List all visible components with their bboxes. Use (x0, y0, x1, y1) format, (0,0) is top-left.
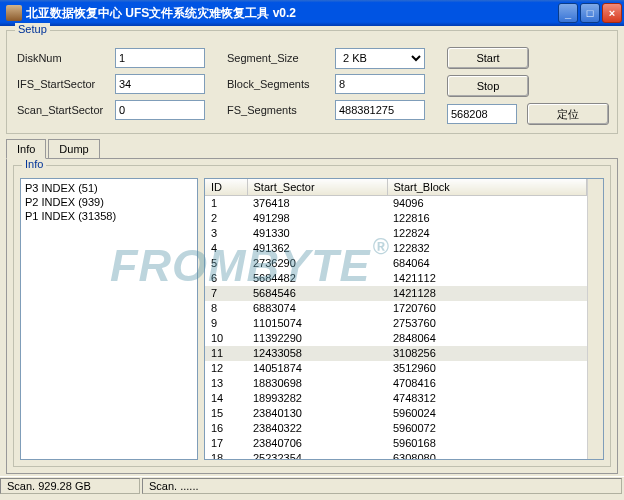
segment-size-select[interactable]: 2 KB (335, 48, 425, 69)
table-row[interactable]: 10113922902848064 (205, 331, 587, 346)
col-id[interactable]: ID (205, 179, 247, 196)
status-scan-progress: Scan. ...... (142, 478, 622, 494)
table-row[interactable]: 12140518743512960 (205, 361, 587, 376)
title-bar: 北亚数据恢复中心 UFS文件系统灾难恢复工具 v0.2 _ □ × (0, 0, 624, 26)
tab-strip: Info Dump (6, 138, 618, 158)
table-row[interactable]: 137641894096 (205, 196, 587, 211)
ifs-startsector-label: IFS_StartSector (17, 78, 107, 90)
table-row[interactable]: 16238403225960072 (205, 421, 587, 436)
status-scan-size: Scan. 929.28 GB (0, 478, 140, 494)
col-start-sector[interactable]: Start_Sector (247, 179, 387, 196)
window-buttons: _ □ × (558, 3, 622, 23)
close-button[interactable]: × (602, 3, 622, 23)
table-row[interactable]: 15238401305960024 (205, 406, 587, 421)
ifs-startsector-input[interactable] (115, 74, 205, 94)
info-legend: Info (22, 158, 46, 170)
segment-size-label: Segment_Size (227, 52, 327, 64)
table-row[interactable]: 11124330583108256 (205, 346, 587, 361)
table-row[interactable]: 656844821421112 (205, 271, 587, 286)
table-row[interactable]: 868830741720760 (205, 301, 587, 316)
table-row[interactable]: 4491362122832 (205, 241, 587, 256)
list-item[interactable]: P3 INDEX (51) (23, 181, 195, 195)
stop-button[interactable]: Stop (447, 75, 529, 97)
window-title: 北亚数据恢复中心 UFS文件系统灾难恢复工具 v0.2 (26, 5, 558, 22)
block-segments-label: Block_Segments (227, 78, 327, 90)
fs-segments-label: FS_Segments (227, 104, 327, 116)
table-row[interactable]: 52736290684064 (205, 256, 587, 271)
table-row[interactable]: 756845461421128 (205, 286, 587, 301)
col-start-block[interactable]: Start_Block (387, 179, 587, 196)
scan-startsector-input[interactable] (115, 100, 205, 120)
minimize-button[interactable]: _ (558, 3, 578, 23)
table-row[interactable]: 18252323546308080 (205, 451, 587, 460)
table-row[interactable]: 13188306984708416 (205, 376, 587, 391)
table-row[interactable]: 17238407065960168 (205, 436, 587, 451)
table-row[interactable]: 14189932824748312 (205, 391, 587, 406)
grid-scrollbar[interactable] (587, 179, 603, 459)
tab-panel: Info P3 INDEX (51)P2 INDEX (939)P1 INDEX… (6, 158, 618, 474)
fs-segments-input[interactable] (335, 100, 425, 120)
index-list[interactable]: P3 INDEX (51)P2 INDEX (939)P1 INDEX (313… (20, 178, 198, 460)
info-group: Info P3 INDEX (51)P2 INDEX (939)P1 INDEX… (13, 165, 611, 467)
table-row[interactable]: 2491298122816 (205, 211, 587, 226)
status-bar: Scan. 929.28 GB Scan. ...... (0, 476, 624, 494)
maximize-button[interactable]: □ (580, 3, 600, 23)
block-segments-input[interactable] (335, 74, 425, 94)
start-button[interactable]: Start (447, 47, 529, 69)
app-icon (6, 5, 22, 21)
tab-info[interactable]: Info (6, 139, 46, 159)
table-row[interactable]: 9110150742753760 (205, 316, 587, 331)
disknum-input[interactable] (115, 48, 205, 68)
disknum-label: DiskNum (17, 52, 107, 64)
scan-startsector-label: Scan_StartSector (17, 104, 107, 116)
tab-dump[interactable]: Dump (48, 139, 99, 159)
table-row[interactable]: 3491330122824 (205, 226, 587, 241)
setup-legend: Setup (15, 23, 50, 35)
locate-input[interactable] (447, 104, 517, 124)
locate-button[interactable]: 定位 (527, 103, 609, 125)
setup-group: Setup DiskNum IFS_StartSector Scan_Start… (6, 30, 618, 134)
result-grid[interactable]: ID Start_Sector Start_Block 137641894096… (204, 178, 604, 460)
list-item[interactable]: P1 INDEX (31358) (23, 209, 195, 223)
list-item[interactable]: P2 INDEX (939) (23, 195, 195, 209)
